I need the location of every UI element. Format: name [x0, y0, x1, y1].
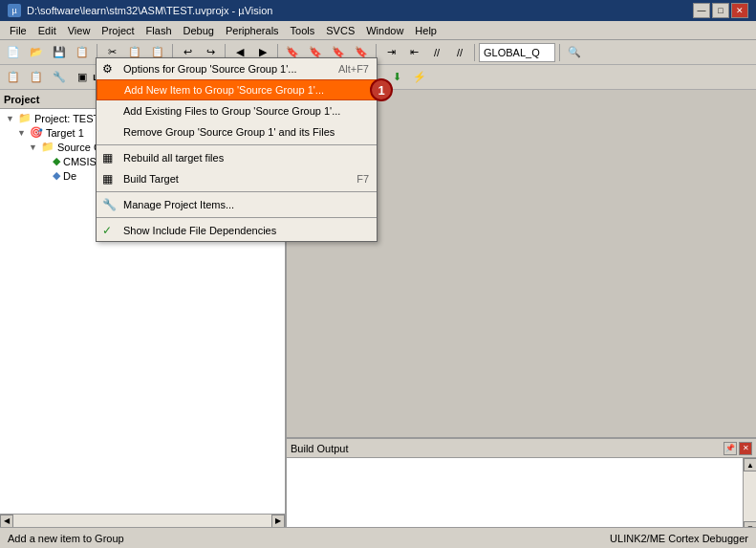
- menu-svcs[interactable]: SVCS: [320, 23, 360, 38]
- ctx-add-existing[interactable]: Add Existing Files to Group 'Source Grou…: [97, 109, 285, 121]
- ctx-remove-group-label: Remove Group 'Source Group 1' and its Fi…: [123, 126, 285, 138]
- build-output-header: Build Output 📌 ✕: [287, 439, 756, 458]
- ctx-show-include-label: Show Include File Dependencies: [123, 225, 276, 236]
- menu-window[interactable]: Window: [360, 23, 409, 38]
- diamond-green-icon: ◆: [53, 155, 60, 167]
- unindent-btn[interactable]: ⇤: [403, 42, 424, 63]
- hscroll-track[interactable]: [13, 515, 271, 527]
- menu-project[interactable]: Project: [96, 23, 140, 38]
- build-content-area: ▲ ▼: [287, 458, 756, 535]
- save-btn[interactable]: 💾: [49, 42, 70, 63]
- open-btn[interactable]: 📂: [26, 42, 47, 63]
- uncomment-btn[interactable]: //: [449, 42, 470, 63]
- app-icon: µ: [8, 4, 21, 17]
- ctx-sep3: [97, 217, 285, 218]
- ctx-rebuild-icon: ▦: [102, 151, 113, 164]
- root-label: Project: TEST: [34, 113, 99, 124]
- menu-help[interactable]: Help: [409, 23, 443, 38]
- ctx-sep2: [97, 191, 285, 192]
- folder-icon: 📁: [41, 141, 54, 153]
- menu-tools[interactable]: Tools: [285, 23, 321, 38]
- expand-icon3: ▼: [29, 142, 38, 152]
- title-bar-controls[interactable]: — □ ✕: [693, 3, 748, 18]
- hscrollbar-tree: ◀ ▶: [0, 514, 285, 527]
- left-panel: Project 📌 ✕ ▼ 📁 Project: TEST ▼ 🎯: [0, 90, 287, 548]
- ctx-manage-label: Manage Project Items...: [123, 199, 234, 210]
- workspace: Project 📌 ✕ ▼ 📁 Project: TEST ▼ 🎯: [0, 90, 756, 548]
- ctx-remove-group[interactable]: Remove Group 'Source Group 1' and its Fi…: [97, 121, 285, 142]
- ctx-rebuild-label: Rebuild all target files: [123, 152, 224, 164]
- target-icon: 🎯: [30, 126, 43, 139]
- status-right: ULINK2/ME Cortex Debugger: [610, 533, 748, 544]
- hscroll-right-btn[interactable]: ▶: [271, 515, 285, 528]
- ctx-build[interactable]: ▦ Build Target F7: [97, 168, 285, 189]
- menu-peripherals[interactable]: Peripherals: [220, 23, 285, 38]
- save-all-btn[interactable]: 📋: [72, 42, 93, 63]
- de-label: De: [63, 170, 76, 182]
- ctx-manage-icon: 🔧: [102, 198, 117, 211]
- ctx-manage[interactable]: 🔧 Manage Project Items...: [97, 194, 285, 215]
- menu-file[interactable]: File: [4, 23, 32, 38]
- status-bar: Add a new item to Group ULINK2/ME Cortex…: [0, 527, 756, 548]
- ctx-build-label: Build Target: [123, 173, 179, 185]
- search-btn[interactable]: 🔍: [564, 42, 585, 63]
- scroll-track: [744, 471, 756, 521]
- tb2-flash[interactable]: ⚡: [409, 67, 430, 88]
- context-menu: ⚙ Options for Group 'Source Group 1'... …: [96, 109, 285, 242]
- indent-btn[interactable]: ⇥: [380, 42, 401, 63]
- tb2-btn2[interactable]: 📋: [26, 67, 47, 88]
- title-bar-left: µ D:\software\learn\stm32\ASM\TEST.uvpro…: [8, 4, 272, 17]
- project-panel-title: Project: [4, 94, 39, 105]
- maximize-button[interactable]: □: [712, 3, 729, 18]
- menu-flash[interactable]: Flash: [140, 23, 178, 38]
- sep7: [559, 44, 560, 61]
- expand-icon: ▼: [6, 114, 15, 123]
- status-left: Add a new item to Group: [8, 533, 124, 544]
- tb2-btn4[interactable]: ▣: [72, 67, 93, 88]
- close-button[interactable]: ✕: [731, 3, 748, 18]
- ctx-build-icon: ▦: [102, 172, 113, 186]
- title-text: D:\software\learn\stm32\ASM\TEST.uvprojx…: [27, 5, 272, 16]
- tb2-btn1[interactable]: 📋: [3, 67, 24, 88]
- scroll-up-btn[interactable]: ▲: [744, 458, 756, 471]
- menu-debug[interactable]: Debug: [178, 23, 220, 38]
- ctx-sep1: [97, 144, 285, 145]
- diamond-blue-icon: ◆: [53, 169, 60, 182]
- menu-bar: File Edit View Project Flash Debug Perip…: [0, 21, 756, 40]
- ctx-rebuild[interactable]: ▦ Rebuild all target files: [97, 147, 285, 168]
- vscrollbar-build: ▲ ▼: [743, 458, 756, 535]
- sep6: [474, 44, 475, 61]
- build-output-title: Build Output: [291, 443, 349, 454]
- build-pin-btn[interactable]: 📌: [724, 442, 737, 455]
- build-close-btn[interactable]: ✕: [739, 442, 752, 455]
- build-output-text: [287, 458, 743, 535]
- checkbox-icon: ✓: [102, 224, 112, 237]
- main-window: µ D:\software\learn\stm32\ASM\TEST.uvpro…: [0, 0, 756, 548]
- title-bar: µ D:\software\learn\stm32\ASM\TEST.uvpro…: [0, 0, 756, 21]
- project-tree: ▼ 📁 Project: TEST ▼ 🎯 Target 1 ▼ 📁 Sourc…: [0, 109, 285, 527]
- project-icon: 📁: [18, 112, 32, 124]
- hscroll-left-btn[interactable]: ◀: [0, 515, 13, 528]
- cmsis-label: CMSIS: [63, 156, 97, 167]
- ctx-show-include[interactable]: ✓ Show Include File Dependencies: [97, 220, 285, 241]
- new-btn[interactable]: 📄: [3, 42, 24, 63]
- expand-icon2: ▼: [17, 128, 27, 138]
- ctx-add-existing-label: Add Existing Files to Group 'Source Grou…: [123, 109, 285, 117]
- target-label: Target 1: [46, 127, 84, 139]
- menu-view[interactable]: View: [62, 23, 97, 38]
- comment-btn[interactable]: //: [426, 42, 447, 63]
- build-panel-controls: 📌 ✕: [724, 442, 752, 455]
- minimize-button[interactable]: —: [693, 3, 710, 18]
- tb2-btn3[interactable]: 🔧: [49, 67, 70, 88]
- menu-edit[interactable]: Edit: [32, 23, 62, 38]
- global-q-combo[interactable]: [479, 43, 555, 62]
